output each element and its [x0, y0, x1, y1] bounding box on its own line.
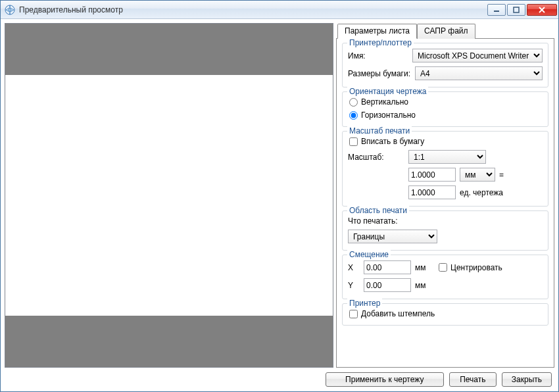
tab-content: Принтер/плоттер Имя: Microsoft XPS Docum…: [336, 38, 554, 368]
svg-rect-2: [514, 7, 519, 12]
add-stamp-checkbox[interactable]: [349, 310, 358, 318]
app-icon: [5, 5, 15, 15]
offset-y-label: Y: [348, 281, 360, 290]
paper-size-select[interactable]: A4: [415, 66, 543, 80]
what-to-print-label: Что печатать:: [348, 216, 398, 226]
what-to-print-select[interactable]: Границы: [348, 230, 437, 243]
paper-size-label: Размеры бумаги:: [348, 69, 411, 78]
fit-to-paper-checkbox[interactable]: [349, 137, 358, 146]
group-printer-legend: Принтер/плоттер: [347, 38, 414, 47]
apply-to-drawing-button[interactable]: Применить к чертежу: [326, 372, 444, 387]
group-print-area-legend: Область печати: [347, 206, 409, 215]
minimize-button[interactable]: [487, 4, 506, 16]
close-button[interactable]: [527, 4, 557, 16]
group-scale: Масштаб печати Вписать в бумагу Масштаб:…: [342, 131, 548, 207]
drawing-units-label: ед. чертежа: [460, 188, 503, 197]
preview-page: [5, 75, 333, 315]
preview-area: [5, 23, 333, 368]
printer-name-label: Имя:: [348, 51, 408, 61]
offset-x-input[interactable]: [364, 260, 411, 274]
orientation-portrait[interactable]: Вертикально: [348, 97, 408, 107]
offset-x-unit: мм: [415, 263, 433, 272]
center-checkbox[interactable]: [439, 263, 447, 272]
group-print-area: Область печати Что печатать: Границы: [342, 210, 548, 251]
center-option[interactable]: Центрировать: [437, 263, 543, 272]
equals-label: =: [499, 170, 504, 180]
print-button[interactable]: Печать: [449, 372, 497, 387]
scale-drawing-value[interactable]: [408, 185, 456, 199]
orientation-landscape[interactable]: Горизонтально: [348, 110, 416, 120]
group-orientation: Ориентация чертежа Вертикально Горизонта…: [342, 91, 548, 127]
tabs: Параметры листа САПР файл: [336, 23, 554, 38]
scale-label: Масштаб:: [348, 153, 404, 162]
group-scale-legend: Масштаб печати: [347, 126, 412, 135]
scale-paper-value[interactable]: [408, 168, 456, 182]
group-offset-legend: Смещение: [347, 250, 391, 259]
offset-y-input[interactable]: [364, 278, 411, 292]
group-orientation-legend: Ориентация чертежа: [347, 87, 428, 96]
orientation-portrait-radio[interactable]: [349, 98, 358, 107]
orientation-landscape-radio[interactable]: [349, 111, 358, 120]
scale-unit-select[interactable]: мм: [460, 168, 495, 182]
offset-y-unit: мм: [415, 281, 433, 290]
tab-sheet-params[interactable]: Параметры листа: [337, 24, 417, 39]
close-dialog-button[interactable]: Закрыть: [502, 372, 552, 387]
side-panel: Параметры листа САПР файл Принтер/плотте…: [336, 23, 554, 368]
tab-cad-file[interactable]: САПР файл: [417, 24, 475, 39]
fit-to-paper[interactable]: Вписать в бумагу: [348, 137, 424, 146]
printer-name-select[interactable]: Microsoft XPS Document Writer: [412, 49, 543, 62]
offset-x-label: X: [348, 263, 360, 272]
group-stamp: Принтер Добавить штемпель: [342, 303, 548, 326]
titlebar: Предварительный просмотр: [1, 1, 558, 19]
scale-select[interactable]: 1:1: [408, 150, 486, 164]
footer: Применить к чертежу Печать Закрыть: [1, 368, 558, 391]
group-printer: Принтер/плоттер Имя: Microsoft XPS Docum…: [342, 43, 548, 87]
window-title: Предварительный просмотр: [19, 5, 487, 14]
add-stamp[interactable]: Добавить штемпель: [348, 309, 435, 318]
window: Предварительный просмотр Параметры листа…: [0, 0, 559, 392]
svg-rect-1: [494, 11, 499, 12]
group-stamp-legend: Принтер: [347, 299, 382, 308]
group-offset: Смещение X мм Центрировать Y мм: [342, 255, 548, 299]
body: Параметры листа САПР файл Принтер/плотте…: [1, 19, 558, 368]
window-buttons: [487, 4, 557, 16]
maximize-button[interactable]: [507, 4, 525, 16]
